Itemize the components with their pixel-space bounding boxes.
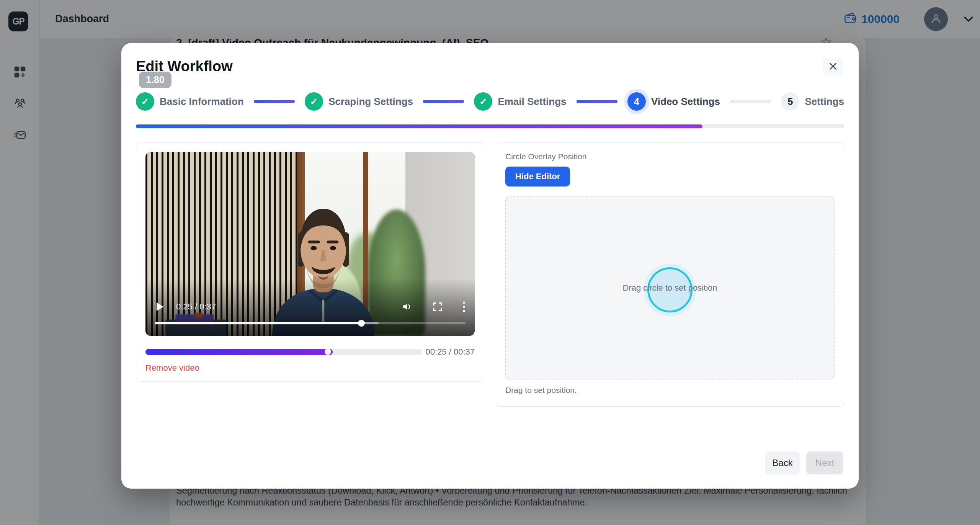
more-vertical-icon[interactable] [462, 301, 466, 312]
video-played-fill [155, 322, 361, 324]
video-progress-row: 00:25 / 00:37 [145, 347, 475, 357]
step-connector [577, 100, 617, 103]
next-button[interactable]: Next [806, 451, 843, 474]
canvas-hint-text: Drag circle to set position [623, 283, 717, 293]
wizard-stepper: ✓ Basic Information ✓ Scraping Settings … [136, 92, 844, 111]
step-connector [423, 100, 464, 103]
circle-overlay-card: Circle Overlay Position Hide Editor Drag… [496, 142, 844, 407]
video-player[interactable]: 0:25 / 0:37 [145, 152, 475, 336]
check-icon: ✓ [136, 92, 154, 111]
modal-title: Edit Workflow [136, 43, 844, 75]
wizard-progress-track [136, 124, 844, 128]
close-button[interactable] [823, 57, 843, 77]
video-preview-card: 0:25 / 0:37 [136, 142, 484, 382]
video-progress-time: 00:25 / 00:37 [426, 347, 475, 357]
zoom-level-badge: 1.80 [139, 72, 172, 88]
video-progress-fill [145, 349, 333, 355]
step-connector [254, 100, 295, 103]
video-seek-bar[interactable] [155, 322, 466, 324]
step-email-settings[interactable]: ✓ Email Settings [474, 92, 566, 111]
back-button[interactable]: Back [765, 451, 800, 474]
step-number: 5 [781, 92, 799, 111]
fullscreen-icon[interactable] [433, 302, 443, 312]
step-settings[interactable]: 5 Settings [781, 92, 844, 111]
modal-footer: Back Next [121, 437, 859, 489]
video-progress-slider[interactable] [145, 349, 422, 355]
step-scraping-settings[interactable]: ✓ Scraping Settings [305, 92, 413, 111]
remove-video-link[interactable]: Remove video [145, 363, 199, 373]
check-icon: ✓ [305, 92, 323, 111]
step-video-settings[interactable]: 4 Video Settings [627, 92, 720, 111]
video-controls: 0:25 / 0:37 [155, 299, 466, 314]
volume-icon[interactable] [402, 302, 413, 312]
workflow-progress-fill [136, 124, 702, 128]
step-connector [730, 100, 771, 103]
overlay-position-canvas[interactable]: Drag circle to set position [505, 196, 835, 379]
video-time-display: 0:25 / 0:37 [176, 302, 216, 312]
close-icon [828, 61, 838, 73]
step-basic-information[interactable]: ✓ Basic Information [136, 92, 244, 111]
overlay-position-label: Circle Overlay Position [505, 152, 835, 161]
check-icon: ✓ [474, 92, 492, 111]
video-progress-thumb[interactable] [325, 348, 331, 355]
play-icon[interactable] [155, 302, 165, 312]
drag-hint-text: Drag to set position. [505, 386, 835, 395]
step-number: 4 [627, 92, 646, 111]
app-stage: GP [0, 0, 980, 525]
edit-workflow-modal: Edit Workflow 1.80 ✓ Basic Information ✓… [121, 43, 859, 489]
hide-editor-button[interactable]: Hide Editor [505, 167, 570, 186]
